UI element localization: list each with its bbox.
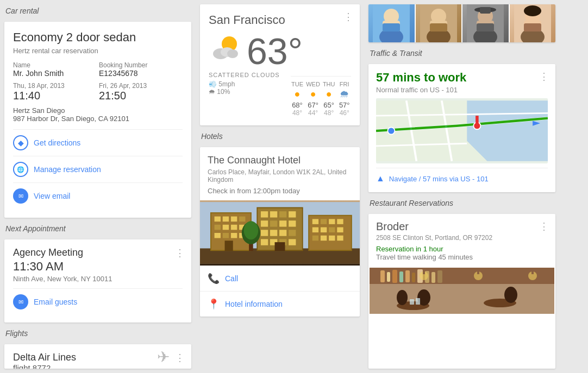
manage-reservation-label: Manage reservation <box>34 165 101 174</box>
svg-rect-16 <box>215 233 221 238</box>
people-photos <box>368 4 555 42</box>
location-addr: 987 Harbor Dr, San Diego, CA 92101 <box>13 115 183 123</box>
svg-rect-28 <box>270 220 277 226</box>
forecast-thu: THU ● 65° 48° <box>322 81 336 117</box>
navigate-link[interactable]: ▲ Navigate / 57 mins via US - 101 <box>376 168 548 186</box>
person-1 <box>368 4 415 42</box>
hotel-image <box>200 200 360 265</box>
reservation-badge: Reservation in 1 hour <box>376 245 548 253</box>
appt-title: Agency Meeting <box>13 247 183 258</box>
svg-rect-23 <box>261 211 268 217</box>
person-3 <box>462 4 509 42</box>
svg-rect-53 <box>337 236 343 241</box>
svg-rect-45 <box>337 219 343 224</box>
car-location: Hertz San Diego 987 Harbor Dr, San Diego… <box>13 106 183 123</box>
traffic-mins: 57 mins <box>376 71 421 84</box>
hotel-info-icon: 📍 <box>208 298 220 310</box>
svg-rect-48 <box>329 227 335 232</box>
svg-rect-79 <box>524 23 541 31</box>
restaurant-addr: 2508 SE Clinton St, Portland, OR 97202 <box>376 234 548 242</box>
svg-rect-31 <box>261 230 268 236</box>
hotel-info-link[interactable]: 📍 Hotel information <box>200 291 360 317</box>
traffic-more-icon[interactable]: ⋮ <box>539 71 549 83</box>
call-label: Call <box>225 274 238 283</box>
svg-rect-44 <box>329 219 335 224</box>
restaurant-name: Broder <box>376 220 548 233</box>
email-icon: ✉ <box>13 188 28 204</box>
forecast-fri: FRI 🌧 57° 46° <box>337 81 351 117</box>
car-title: Economy 2 door sedan <box>13 30 183 45</box>
svg-rect-88 <box>387 272 390 282</box>
svg-rect-89 <box>392 270 397 283</box>
hotel-info: The Connaught Hotel Carlos Place, Mayfai… <box>200 147 360 200</box>
name-value: Mr. John Smith <box>13 69 97 78</box>
svg-rect-39 <box>275 242 285 251</box>
call-icon: 📞 <box>208 273 220 285</box>
svg-point-101 <box>397 290 408 305</box>
manage-reservation-link[interactable]: 🌐 Manage reservation <box>13 156 183 182</box>
hotel-checkin: Check in from 12:00pm today <box>208 187 352 195</box>
svg-rect-49 <box>337 227 343 232</box>
hotel-address: Carlos Place, Mayfair, London W1K 2AL, U… <box>208 168 352 184</box>
svg-rect-51 <box>321 236 327 241</box>
svg-rect-96 <box>437 270 442 283</box>
svg-rect-90 <box>399 271 403 282</box>
pickup-date: Thu, 18 Apr, 2013 <box>13 82 97 90</box>
col-right: Traffic & Transit ⋮ 57 mins to work Norm… <box>364 0 560 373</box>
weather-temp: 63° <box>247 33 303 69</box>
svg-rect-35 <box>261 239 268 245</box>
svg-rect-17 <box>223 233 229 238</box>
restaurant-section-label: Restaurant Reservations <box>368 197 555 210</box>
svg-rect-14 <box>231 225 237 230</box>
navigate-label: Navigate / 57 mins via US - 101 <box>389 175 489 183</box>
weather-desc: SCATTERED CLOUDS <box>209 72 280 78</box>
weather-more-icon[interactable]: ⋮ <box>343 11 353 23</box>
svg-rect-13 <box>223 225 229 230</box>
svg-rect-61 <box>383 23 400 31</box>
email-guests-link[interactable]: ✉ Email guests <box>13 288 183 315</box>
forecast-wed: WED ● 67° 44° <box>306 81 320 117</box>
svg-rect-106 <box>423 268 425 274</box>
hotel-call-link[interactable]: 📞 Call <box>200 265 360 291</box>
booking-value: E12345678 <box>99 69 183 78</box>
svg-rect-108 <box>477 268 479 274</box>
svg-rect-95 <box>431 272 435 283</box>
weather-forecast: TUE ● 68° 48° WED ● 67° 44° THU ● 65 <box>291 76 351 117</box>
return-time: 21:50 <box>99 90 183 102</box>
svg-rect-103 <box>410 299 414 305</box>
svg-rect-34 <box>289 230 296 236</box>
get-directions-link[interactable]: ◆ Get directions <box>13 129 183 156</box>
svg-rect-25 <box>279 211 286 217</box>
traffic-label: Traffic & Transit <box>368 47 555 60</box>
name-label: Name <box>13 61 97 69</box>
svg-rect-66 <box>430 23 447 31</box>
appt-location: Ninth Ave, New York, NY 10011 <box>13 275 183 283</box>
directions-label: Get directions <box>34 138 80 147</box>
traffic-normal: Normal traffic on US - 101 <box>376 86 548 94</box>
forecast-tue: TUE ● 68° 48° <box>291 81 304 117</box>
weather-wind: 💨 5mph <box>209 80 280 88</box>
svg-rect-72 <box>480 7 491 14</box>
svg-rect-47 <box>321 227 327 232</box>
hotel-name: The Connaught Hotel <box>208 155 352 166</box>
appointment-more-icon[interactable]: ⋮ <box>175 247 185 259</box>
restaurant-more-icon[interactable]: ⋮ <box>539 220 549 232</box>
restaurant-card: ⋮ Broder 2508 SE Clinton St, Portland, O… <box>368 214 555 369</box>
svg-rect-8 <box>215 217 221 222</box>
view-email-link[interactable]: ✉ View email <box>13 182 183 209</box>
appt-time: 11:30 AM <box>13 260 183 274</box>
svg-rect-92 <box>412 273 415 282</box>
restaurant-info: ⋮ Broder 2508 SE Clinton St, Portland, O… <box>368 214 555 268</box>
flights-more-icon[interactable]: ⋮ <box>175 352 185 364</box>
car-rental-card: Economy 2 door sedan Hertz rental car re… <box>4 22 191 218</box>
wind-speed: 💨 5mph <box>209 80 235 88</box>
person-4 <box>510 4 556 42</box>
hotels-label: Hotels <box>200 130 360 143</box>
svg-rect-18 <box>231 233 237 238</box>
svg-rect-10 <box>231 217 237 222</box>
email-guests-icon: ✉ <box>13 294 28 309</box>
col-middle: ⋮ San Francisco 63° SCATTERED CLOUDS <box>196 0 364 373</box>
return-date: Fri, 26 Apr, 2013 <box>99 82 183 90</box>
navigate-icon: ▲ <box>376 174 385 184</box>
svg-rect-11 <box>239 217 245 222</box>
